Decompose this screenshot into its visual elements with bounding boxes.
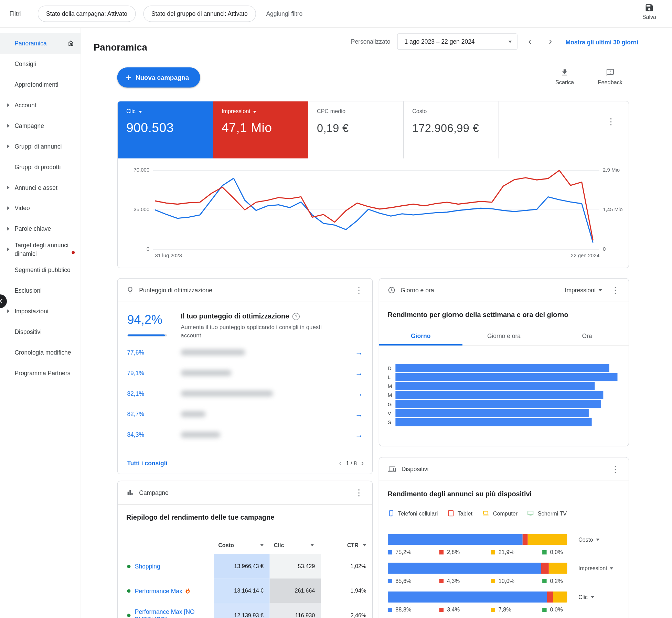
sidebar-item-programma-partners[interactable]: Programma Partners (0, 362, 81, 383)
legend-label: Computer (493, 510, 518, 517)
campaign-link[interactable]: Performance Max (135, 587, 182, 595)
arrow-right-icon[interactable]: → (355, 389, 363, 398)
day-bar (395, 373, 617, 381)
card-menu-button[interactable]: ⋮ (611, 285, 620, 295)
day-label: L (388, 374, 395, 380)
chevron-down-icon (253, 111, 257, 113)
recommendation-row[interactable]: 84,3% → (118, 424, 372, 445)
chip-label: Stato del gruppo di annunci: Attivato (151, 10, 248, 17)
card-menu-button[interactable]: ⋮ (611, 464, 620, 474)
adgroup-status-filter-chip[interactable]: Stato del gruppo di annunci: Attivato (143, 6, 256, 22)
column-header-ctr[interactable]: CTR (321, 542, 372, 548)
chevron-down-icon (311, 544, 314, 546)
all-recommendations-link[interactable]: Tutti i consigli (127, 460, 167, 467)
metric-card-cpc-medio[interactable]: CPC medio 0,19 € (308, 101, 404, 159)
arrow-right-icon[interactable]: → (355, 348, 363, 357)
sidebar-item-label: Consigli (14, 59, 36, 68)
feedback-label: Feedback (595, 79, 626, 86)
sidebar-item-consigli[interactable]: Consigli (0, 54, 81, 74)
card-menu-button[interactable]: ⋮ (606, 117, 616, 126)
arrow-right-icon[interactable]: → (355, 368, 363, 377)
legend-square-computer (491, 579, 495, 583)
sidebar-item-video[interactable]: Video (0, 198, 81, 218)
recommendation-row[interactable]: 82,1% → (118, 383, 372, 404)
sidebar-item-cronologia-modifiche[interactable]: Cronologia modifiche (0, 342, 81, 363)
help-icon[interactable]: ? (292, 313, 300, 320)
bar-metric-dropdown[interactable]: Costo (578, 536, 599, 543)
recommendation-row[interactable]: 77,6% → (118, 342, 372, 363)
metric-card-impressioni[interactable]: Impressioni 47,1 Mio (213, 101, 308, 159)
cost-cell: 13.164,14 € (214, 578, 270, 603)
x-axis-end-label: 22 gen 2024 (556, 252, 599, 258)
card-menu-button[interactable]: ⋮ (354, 488, 364, 497)
sidebar-item-account[interactable]: Account (0, 95, 81, 116)
feedback-icon (606, 68, 615, 77)
card-title: Dispositivi (402, 466, 429, 473)
show-last-30-days-link[interactable]: Mostra gli ultimi 30 giorni (566, 39, 639, 45)
arrow-right-icon[interactable]: → (355, 410, 363, 419)
date-next-button[interactable]: › (545, 36, 556, 47)
recommendation-row[interactable]: 82,7% → (118, 404, 372, 424)
metric-selector-dropdown[interactable]: Impressioni (565, 287, 602, 294)
ctr-cell: 1,02% (321, 554, 372, 578)
sidebar-item-esclusioni[interactable]: Esclusioni (0, 280, 81, 301)
sidebar-item-parole-chiave[interactable]: Parole chiave (0, 218, 81, 239)
card-menu-button[interactable]: ⋮ (354, 285, 364, 295)
column-header-costo[interactable]: Costo (214, 542, 270, 548)
tab-ora[interactable]: Ora (545, 327, 629, 345)
bar-metric-label: Clic (578, 594, 588, 600)
campaign-status-filter-chip[interactable]: Stato della campagna: Attivato (38, 6, 135, 22)
segment-mobile (388, 563, 541, 574)
google-ads-overview-page: Filtri Stato della campagna: Attivato St… (0, 0, 672, 618)
day-label: S (388, 419, 395, 425)
date-range-selector[interactable]: 1 ago 2023 – 22 gen 2024 (397, 33, 517, 50)
legend-square-tablet (439, 550, 444, 554)
column-header-clic[interactable]: Clic (269, 542, 321, 548)
campaign-link[interactable]: Shopping (135, 562, 160, 570)
tab-giorno[interactable]: Giorno (379, 327, 462, 345)
campaigns-table: Costo Clic CTR Shopping 13.966,43 € (118, 536, 372, 618)
sidebar-item-campagne[interactable]: Campagne (0, 116, 81, 136)
sidebar-item-label: Approfondimenti (14, 80, 58, 89)
bar-metric-dropdown[interactable]: Impressioni (578, 565, 614, 572)
metric-label: Clic (126, 108, 136, 115)
save-button[interactable]: Salva (638, 3, 661, 20)
sidebar-item-panoramica[interactable]: Panoramica (0, 33, 81, 54)
tab-giorno-e-ora[interactable]: Giorno e ora (462, 327, 546, 345)
metric-card-costo[interactable]: Costo 172.906,99 € (404, 101, 499, 159)
sidebar-item-dispositivi[interactable]: Dispositivi (0, 322, 81, 342)
sidebar-item-gruppi-di-prodotti[interactable]: Gruppi di prodotti (0, 156, 81, 177)
metric-card-clic[interactable]: Clic 900.503 (118, 101, 213, 159)
arrow-right-icon[interactable]: → (355, 430, 363, 439)
sidebar-item-annunci-e-asset[interactable]: Annunci e asset (0, 177, 81, 198)
sidebar-item-approfondimenti[interactable]: Approfondimenti (0, 74, 81, 95)
campaign-link[interactable]: Performance Max [NO PUBBLICO] (135, 607, 207, 618)
new-campaign-button[interactable]: + Nuova campagna (117, 67, 200, 88)
metric-value: 47,1 Mio (222, 121, 308, 135)
bar-metric-label: Impressioni (578, 565, 607, 572)
sidebar-item-target-annunci-dinamici[interactable]: Target degli annunci dinamici (0, 239, 81, 260)
sidebar-item-label: Parole chiave (14, 225, 51, 233)
recommendation-row[interactable]: 79,1% → (118, 362, 372, 383)
download-button[interactable]: Scarica (552, 68, 578, 85)
sidebar-item-label: Annunci e asset (14, 183, 57, 192)
date-prev-button[interactable]: ‹ (524, 36, 535, 47)
sidebar-item-gruppi-di-annunci[interactable]: Gruppi di annunci (0, 136, 81, 157)
clic-cell: 261.664 (269, 578, 321, 603)
chevron-down-icon (599, 289, 602, 291)
segment-tablet (523, 534, 528, 545)
feedback-button[interactable]: Feedback (595, 68, 626, 85)
devices-row-clic: Clic 88,8% 3,4% 7,8% 0,0% (388, 592, 620, 613)
expand-arrow-icon (7, 124, 9, 128)
sidebar-item-label: Gruppi di annunci (14, 142, 62, 151)
table-row: Performance Max 13.164,14 € 261.664 1,94… (118, 578, 372, 603)
add-filter-button[interactable]: Aggiungi filtro (266, 10, 302, 17)
page-next-button[interactable]: › (361, 459, 364, 467)
bar-metric-d ropdown[interactable]: Clic (578, 594, 594, 600)
sidebar-item-segmenti-di-pubblico[interactable]: Segmenti di pubblico (0, 260, 81, 280)
legend-square-tablet (439, 579, 444, 583)
card-header: Giorno e ora Impressioni ⋮ (379, 279, 629, 302)
sidebar-item-impostazioni[interactable]: Impostazioni (0, 301, 81, 322)
page-prev-button[interactable]: ‹ (339, 459, 341, 467)
chevron-down-icon (591, 596, 594, 598)
